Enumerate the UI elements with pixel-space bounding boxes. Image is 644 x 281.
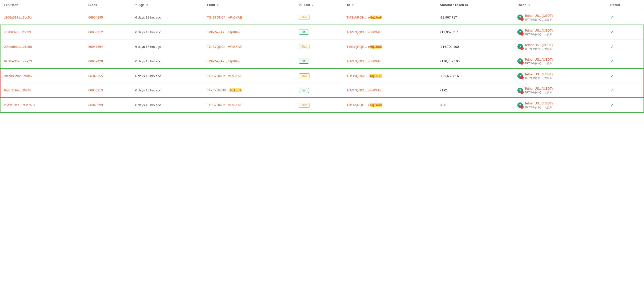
- to-cell: TMStAjRQH... e6q1bu8: [343, 98, 436, 112]
- block-cell: 66946299: [85, 98, 132, 112]
- col-header-to[interactable]: To ⊽: [343, 0, 436, 10]
- result-cell: ✓: [607, 54, 644, 68]
- token-icon: ₮ !: [517, 102, 523, 108]
- token-addr: TR7NHajeKQ... zgjLj6t: [525, 18, 553, 21]
- warning-badge: !: [520, 105, 524, 109]
- token-filter-icon[interactable]: ⊽: [528, 4, 530, 7]
- amount-cell: -100: [436, 98, 514, 112]
- token-cell-container: ₮ ! Tether US...(USDT) TR7NHajeKQ... zgj…: [514, 83, 607, 98]
- to-cell: TGrS7QNCf... vFn6XAE: [343, 25, 436, 39]
- from-address[interactable]: TKtbDewAe... UtjRf6m: [207, 59, 240, 63]
- token-cell: ₮ ! Tether US...(USDT) TR7NHajeKQ... zgj…: [517, 43, 603, 50]
- from-address[interactable]: TGrS7QNCf... vFn6XAE: [207, 74, 242, 78]
- token-name[interactable]: Tether US...(USDT): [525, 58, 553, 62]
- from-cell: TKtbDewAe... UtjRf6m: [203, 54, 295, 68]
- token-addr: TR7NHajeKQ... zgjLj6t: [525, 76, 553, 79]
- token-info: Tether US...(USDT) TR7NHajeKQ... zgjLj6t: [525, 101, 553, 109]
- token-icon: ₮ !: [517, 44, 523, 50]
- direction-badge: In: [299, 88, 309, 93]
- col-header-age[interactable]: ? Age ↺: [132, 0, 203, 10]
- from-filter-icon[interactable]: ⊽: [217, 4, 219, 7]
- result-check-icon: ✓: [610, 73, 614, 78]
- token-addr: TR7NHajeKQ... zgjLj6t: [525, 106, 553, 109]
- token-name[interactable]: Tether US...(USDT): [525, 43, 553, 47]
- txn-hash[interactable]: 29badb8bc...978d8: [4, 45, 32, 49]
- amount-cell: +1.01: [436, 83, 514, 98]
- age-help-icon[interactable]: ?: [135, 4, 137, 7]
- to-address[interactable]: TMStAjRQH... e6q1bu8: [347, 16, 382, 19]
- token-icon: ₮ !: [517, 58, 523, 64]
- table-row: cb7b6398... 2bd33 66953212 6 days 13 hrs…: [0, 25, 644, 39]
- direction-badge: Out: [299, 103, 309, 108]
- txn-hash[interactable]: d106a514a...3bc5b: [4, 16, 32, 19]
- token-cell-container: ₮ ! Tether US...(USDT) TR7NHajeKQ... zgj…: [514, 10, 607, 25]
- from-cell: TKtbDewAe... UtjRf6m: [203, 25, 295, 39]
- block-number[interactable]: 66947428: [88, 59, 103, 63]
- from-address[interactable]: TKtbDewAe... UtjRf6m: [207, 30, 240, 34]
- token-name[interactable]: Tether US...(USDT): [525, 87, 553, 91]
- block-number[interactable]: 66946313: [88, 88, 103, 92]
- token-info: Tether US...(USDT) TR7NHajeKQ... zgjLj6t: [525, 14, 553, 21]
- txn-hash-cell: d106a514a...3bc5b: [0, 10, 85, 25]
- from-cell: THcTxQi3N8... 6q1bu8: [203, 83, 295, 98]
- block-number[interactable]: 66946355: [88, 74, 103, 78]
- table-row: f9d1be362... c2a73 66947428 6 days 18 hr…: [0, 54, 644, 68]
- from-address[interactable]: THcTxQi3N8... 6q1bu8: [207, 88, 242, 92]
- copy-icon[interactable]: ⊕: [33, 104, 36, 107]
- token-addr: TR7NHajeKQ... zgjLj6t: [525, 91, 553, 94]
- col-header-inout[interactable]: In | Out ⊽: [295, 0, 343, 10]
- age-cell: 6 days 18 hrs ago: [132, 69, 203, 83]
- token-name[interactable]: Tether US...(USDT): [525, 14, 553, 18]
- warning-badge: !: [520, 76, 524, 79]
- age-cell: 6 days 18 hrs ago: [132, 54, 203, 68]
- txn-hash[interactable]: 9a8d119ed...8f74d: [4, 88, 31, 92]
- block-cell: 66946355: [85, 69, 132, 83]
- block-number[interactable]: 66953212: [88, 30, 103, 34]
- col-header-from[interactable]: From ⊽: [203, 0, 295, 10]
- amount-cell: -116,702,100: [436, 39, 514, 54]
- amount-cell: +116,702,100: [436, 54, 514, 68]
- age-value: 6 days 18 hrs ago: [135, 103, 161, 107]
- table-row: d106a514a...3bc5b 66954195 6 days 12 hrs…: [0, 10, 644, 25]
- col-header-token[interactable]: Token ⊽: [514, 0, 607, 10]
- inout-filter-icon[interactable]: ⊽: [311, 4, 313, 7]
- to-address[interactable]: THcTxQi3N8... i6q1bu8: [347, 74, 382, 78]
- txn-hash[interactable]: f9d1be362... c2a73: [4, 59, 32, 63]
- block-number[interactable]: 66947564: [88, 45, 103, 49]
- txn-hash[interactable]: 25afb13ea... 90c75 ⊕: [4, 103, 36, 107]
- to-cell: TMStAjRQH... e6q1bu8: [343, 10, 436, 25]
- token-name[interactable]: Tether US...(USDT): [525, 29, 553, 33]
- block-number[interactable]: 66946299: [88, 103, 103, 107]
- from-address[interactable]: TGrS7QNCf... vFn6XAE: [207, 103, 242, 107]
- from-address[interactable]: TGrS7QNCf... vFn6XAE: [207, 45, 242, 49]
- from-address[interactable]: TGrS7QNCf... vFn6XAE: [207, 16, 242, 19]
- token-name[interactable]: Tether US...(USDT): [525, 101, 553, 106]
- transactions-table: Txn Hash Block ? Age ↺ From ⊽ In | Out ⊽: [0, 0, 644, 113]
- token-info: Tether US...(USDT) TR7NHajeKQ... zgjLj6t: [525, 58, 553, 65]
- to-address[interactable]: TGrS7QNCf... vFn6XAE: [347, 30, 382, 34]
- col-header-amount: Amount / Token ID: [436, 0, 514, 10]
- age-value: 6 days 18 hrs ago: [135, 59, 161, 63]
- block-number[interactable]: 66954195: [88, 16, 103, 19]
- token-cell: ₮ ! Tether US...(USDT) TR7NHajeKQ... zgj…: [517, 101, 603, 109]
- txn-hash[interactable]: 3f1c883cb2...dfab6: [4, 74, 32, 78]
- to-address[interactable]: TMStAjRQH... e6q1bu8: [347, 103, 382, 107]
- amount-value: -129,669,816.0...: [440, 74, 464, 78]
- token-icon: ₮ !: [517, 14, 523, 20]
- to-cell: THcTxQi3N8... i6q1bu8: [343, 69, 436, 83]
- to-address[interactable]: TGrS7QNCf... vFn6XAE: [347, 88, 382, 92]
- to-cell: TMStAjRQH... e6q1bu8: [343, 39, 436, 54]
- to-address[interactable]: TGrS7QNCf... vFn6XAE: [347, 59, 382, 63]
- token-cell-container: ₮ ! Tether US...(USDT) TR7NHajeKQ... zgj…: [514, 39, 607, 54]
- amount-cell: -129,669,816.0...: [436, 69, 514, 83]
- result-cell: ✓: [607, 10, 644, 25]
- txn-hash[interactable]: cb7b6398... 2bd33: [4, 30, 31, 34]
- token-name[interactable]: Tether US...(USDT): [525, 72, 553, 77]
- to-address[interactable]: TMStAjRQH... e6q1bu8: [347, 45, 382, 49]
- token-info: Tether US...(USDT) TR7NHajeKQ... zgjLj6t: [525, 72, 553, 80]
- token-cell-container: ₮ ! Tether US...(USDT) TR7NHajeKQ... zgj…: [514, 98, 607, 112]
- age-cell: 6 days 13 hrs ago: [132, 25, 203, 39]
- to-filter-icon[interactable]: ⊽: [352, 4, 354, 7]
- age-filter-icon[interactable]: ↺: [146, 4, 148, 7]
- age-value: 6 days 12 hrs ago: [135, 16, 161, 19]
